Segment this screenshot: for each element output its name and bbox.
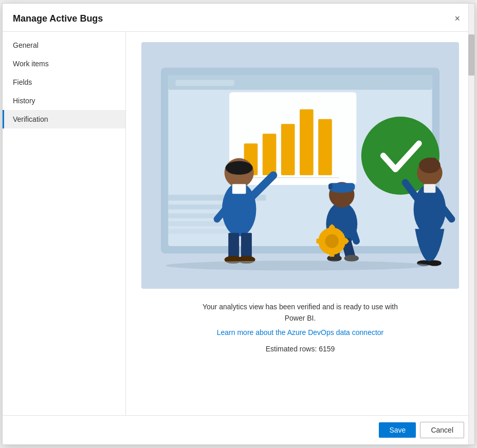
svg-point-36: [344, 255, 359, 262]
dialog-scrollbar[interactable]: [468, 4, 474, 444]
verification-illustration: [141, 42, 459, 289]
svg-rect-31: [328, 183, 355, 189]
sidebar-item-label-history: History: [13, 97, 35, 105]
svg-rect-13: [281, 124, 295, 175]
svg-rect-42: [329, 251, 335, 256]
svg-rect-14: [300, 109, 314, 175]
estimated-rows: Estimated rows: 6159: [266, 345, 335, 353]
illustration-svg: [141, 42, 459, 289]
dialog-footer: Save Cancel: [3, 415, 474, 444]
learn-more-link[interactable]: Learn more about the Azure DevOps data c…: [217, 328, 384, 337]
dialog-title: Manage Active Bugs: [13, 13, 103, 24]
svg-rect-51: [424, 184, 436, 193]
dialog-header: Manage Active Bugs ×: [3, 4, 474, 31]
sidebar-item-history[interactable]: History: [3, 91, 125, 110]
svg-rect-32: [328, 184, 333, 189]
sidebar-item-label-verification: Verification: [13, 115, 48, 123]
svg-point-50: [430, 158, 437, 165]
svg-point-40: [325, 234, 339, 248]
verification-text-line1: Your analytics view has been verified an…: [203, 301, 398, 324]
dialog-scrollbar-thumb[interactable]: [468, 34, 474, 76]
sidebar-item-work-items[interactable]: Work items: [3, 54, 125, 73]
svg-point-56: [166, 260, 430, 270]
svg-point-20: [226, 161, 253, 175]
sidebar-item-general[interactable]: General: [3, 36, 125, 54]
save-button[interactable]: Save: [379, 422, 416, 438]
svg-rect-12: [263, 134, 277, 175]
svg-point-55: [428, 260, 442, 266]
svg-rect-23: [241, 233, 252, 259]
main-content: Your analytics view has been verified an…: [126, 32, 474, 415]
sidebar-item-label-fields: Fields: [13, 78, 32, 86]
svg-rect-43: [316, 239, 322, 244]
cancel-button[interactable]: Cancel: [420, 422, 464, 438]
sidebar-item-fields[interactable]: Fields: [3, 73, 125, 91]
svg-point-49: [419, 158, 441, 173]
dialog-body: General Work items Fields History Verifi…: [3, 31, 474, 415]
svg-rect-22: [228, 233, 239, 259]
sidebar-item-label-work-items: Work items: [13, 60, 49, 68]
svg-point-35: [327, 255, 342, 262]
close-button[interactable]: ×: [450, 12, 464, 25]
manage-active-bugs-dialog: Manage Active Bugs × General Work items …: [2, 3, 475, 445]
sidebar: General Work items Fields History Verifi…: [3, 32, 126, 415]
sidebar-item-verification[interactable]: Verification: [3, 110, 125, 128]
sidebar-item-label-general: General: [13, 41, 39, 49]
svg-rect-21: [232, 184, 246, 194]
svg-rect-4: [176, 80, 234, 86]
svg-rect-15: [318, 119, 332, 175]
